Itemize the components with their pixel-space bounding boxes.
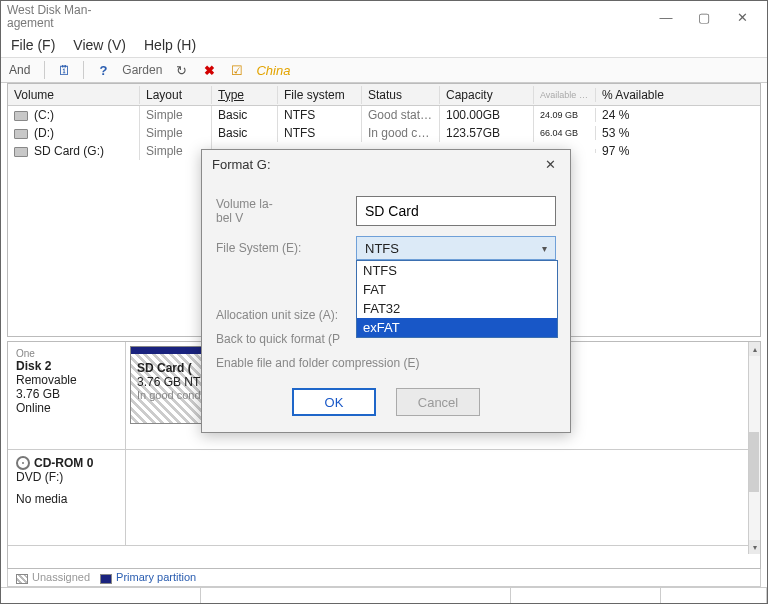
disk-body-empty <box>126 450 760 545</box>
cell-status: In good condition (... <box>362 124 440 142</box>
cell-volume: (C:) <box>34 108 54 122</box>
col-percent[interactable]: % Available <box>596 86 760 104</box>
label-allocation: Allocation unit size (A): <box>216 308 338 322</box>
label-compression: Enable file and folder compression (E) <box>216 356 419 370</box>
menu-bar: File (F) View (V) Help (H) <box>1 33 767 57</box>
maximize-button[interactable]: ▢ <box>685 3 723 31</box>
cell-capacity: 100.00GB <box>440 106 534 124</box>
drive-icon <box>14 111 28 121</box>
disk-info-panel[interactable]: One Disk 2 Removable 3.76 GB Online <box>8 342 126 449</box>
row-compression: Enable file and folder compression (E) <box>216 356 556 370</box>
disk-kind: Removable <box>16 373 117 387</box>
menu-view[interactable]: View (V) <box>73 37 126 53</box>
dialog-body: Volume la- bel V File System (E): NTFS ▾… <box>202 178 570 432</box>
format-dialog: Format G: ✕ Volume la- bel V File System… <box>201 149 571 433</box>
cell-capacity: 123.57GB <box>440 124 534 142</box>
volume-label-input[interactable] <box>356 196 556 226</box>
col-capacity[interactable]: Capacity <box>440 86 534 104</box>
minimize-button[interactable]: — <box>647 3 685 31</box>
fs-option-fat32[interactable]: FAT32 <box>357 299 557 318</box>
disk-name: Disk 2 <box>16 359 117 373</box>
dialog-title-bar[interactable]: Format G: ✕ <box>202 150 570 178</box>
window-title: West Disk Man- agement <box>7 4 97 30</box>
cell-volume: SD Card (G:) <box>34 144 104 158</box>
filesystem-select-display[interactable]: NTFS ▾ <box>356 236 556 260</box>
cell-free: 66.04 GB <box>534 126 596 140</box>
dialog-close-button[interactable]: ✕ <box>540 154 560 174</box>
disk-size: 3.76 GB <box>16 387 117 401</box>
col-status[interactable]: Status <box>362 86 440 104</box>
legend-primary: Primary partition <box>116 571 196 583</box>
menu-file[interactable]: File (F) <box>11 37 55 53</box>
cell-pct: 97 % <box>596 142 760 160</box>
refresh-icon[interactable]: ↻ <box>172 61 190 79</box>
toolbar-label-and: And <box>9 63 30 77</box>
cancel-button[interactable]: Cancel <box>396 388 480 416</box>
cdrom-drive: DVD (F:) <box>16 470 117 484</box>
app-window: West Disk Man- agement — ▢ ✕ File (F) Vi… <box>0 0 768 604</box>
label-filesystem: File System (E): <box>216 241 356 255</box>
disk-name: CD-ROM 0 <box>16 456 117 470</box>
cdrom-icon <box>16 456 30 470</box>
cell-fs: NTFS <box>278 106 362 124</box>
cell-type: Basic <box>212 124 278 142</box>
cell-layout: Simple <box>140 106 212 124</box>
cell-free: 24.09 GB <box>534 108 596 122</box>
label-quickformat: Back to quick format (P <box>216 332 340 346</box>
disk-state: Online <box>16 401 117 415</box>
legend-bar: Unassigned Primary partition <box>7 569 761 587</box>
row-volume-label: Volume la- bel V <box>216 196 556 226</box>
dialog-buttons: OK Cancel <box>216 388 556 416</box>
close-button[interactable]: ✕ <box>723 3 761 31</box>
disk-top-label: One <box>16 348 117 359</box>
col-volume[interactable]: Volume <box>8 86 140 104</box>
table-row[interactable]: (D:) Simple Basic NTFS In good condition… <box>8 124 760 142</box>
cell-volume: (D:) <box>34 126 54 140</box>
help-icon[interactable]: ? <box>94 61 112 79</box>
col-type[interactable]: Type <box>212 86 278 104</box>
filesystem-selected-value: NTFS <box>365 241 399 256</box>
drive-icon <box>14 129 28 139</box>
calendar-icon[interactable]: 🗓 <box>55 61 73 79</box>
filesystem-select[interactable]: NTFS ▾ NTFS FAT FAT32 exFAT <box>356 236 556 260</box>
title-bar: West Disk Man- agement — ▢ ✕ <box>1 1 767 33</box>
toolbar-divider <box>44 61 45 79</box>
cell-pct: 53 % <box>596 124 760 142</box>
legend-unassigned: Unassigned <box>32 571 90 583</box>
disk-info-panel[interactable]: CD-ROM 0 DVD (F:) No media <box>8 450 126 545</box>
row-filesystem: File System (E): NTFS ▾ NTFS FAT FAT32 e… <box>216 236 556 260</box>
drive-icon <box>14 147 28 157</box>
menu-help[interactable]: Help (H) <box>144 37 196 53</box>
ok-button[interactable]: OK <box>292 388 376 416</box>
toolbar-divider <box>83 61 84 79</box>
label-volume: Volume la- bel V <box>216 197 356 225</box>
fs-option-exfat[interactable]: exFAT <box>357 318 557 337</box>
toolbar-label-china: China <box>256 63 290 78</box>
filesystem-dropdown: NTFS FAT FAT32 exFAT <box>356 260 558 338</box>
cdrom-state: No media <box>16 492 117 506</box>
legend-swatch-primary <box>100 574 112 584</box>
dialog-title: Format G: <box>212 157 271 172</box>
table-row[interactable]: (C:) Simple Basic NTFS Good status ( 100… <box>8 106 760 124</box>
disk-row-cdrom: CD-ROM 0 DVD (F:) No media <box>8 450 760 546</box>
system-buttons: — ▢ ✕ <box>647 3 761 31</box>
tool-bar: And 🗓 ? Garden ↻ ✖ ☑ China <box>1 57 767 83</box>
col-filesystem[interactable]: File system <box>278 86 362 104</box>
cell-type: Basic <box>212 106 278 124</box>
fs-option-fat[interactable]: FAT <box>357 280 557 299</box>
cell-layout: Simple <box>140 124 212 142</box>
delete-icon[interactable]: ✖ <box>200 61 218 79</box>
fs-option-ntfs[interactable]: NTFS <box>357 261 557 280</box>
col-available[interactable]: Available space <box>534 88 596 102</box>
check-icon[interactable]: ☑ <box>228 61 246 79</box>
chevron-down-icon: ▾ <box>542 243 547 254</box>
col-layout[interactable]: Layout <box>140 86 212 104</box>
cell-fs: NTFS <box>278 124 362 142</box>
volume-table-header: Volume Layout Type File system Status Ca… <box>8 84 760 106</box>
toolbar-label-garden: Garden <box>122 63 162 77</box>
legend-swatch-unassigned <box>16 574 28 584</box>
status-bar <box>1 587 767 603</box>
cell-status: Good status ( <box>362 106 440 124</box>
cell-pct: 24 % <box>596 106 760 124</box>
